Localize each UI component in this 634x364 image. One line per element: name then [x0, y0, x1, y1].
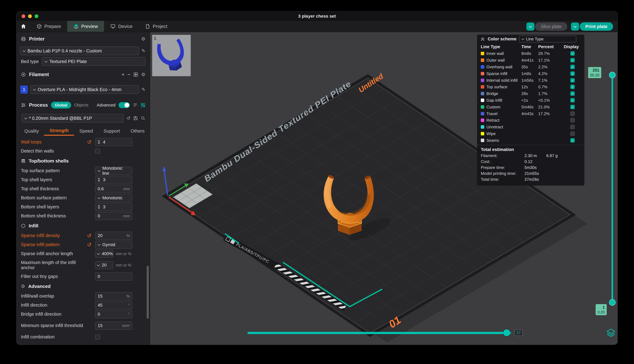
spinner-arrows-icon[interactable] — [98, 178, 100, 182]
tab-speed[interactable]: Speed — [74, 126, 98, 136]
param-label: Bridge infill direction — [21, 312, 62, 317]
layers-view-icon[interactable] — [606, 328, 616, 337]
process-preset-select[interactable]: * 0.20mm Standard @BBL P1P — [22, 114, 124, 122]
param-value: 0.6 — [98, 186, 104, 191]
param-value: 20 — [98, 233, 102, 238]
reset-preset-icon[interactable]: ↺ — [126, 116, 130, 120]
plate-thumbnail[interactable]: 1 — [152, 34, 191, 76]
anchor-max-length-select[interactable]: 20 — [95, 261, 113, 269]
printer-preset-select[interactable]: Bambu Lab P1P 0.4 nozzle - Custom — [20, 46, 139, 55]
filament-slot-badge[interactable]: 1 — [20, 86, 28, 94]
setting-list-icon[interactable] — [133, 103, 138, 108]
param-value: 400% — [102, 251, 113, 256]
tab-others[interactable]: Others — [125, 126, 150, 136]
search-icon[interactable] — [141, 116, 146, 120]
anchor-length-select[interactable]: 400% — [95, 250, 113, 258]
display-checkbox[interactable]: ✓ — [570, 105, 575, 109]
tab-strength[interactable]: Strength — [44, 126, 74, 136]
infill-wall-overlap-input[interactable]: 15% — [95, 292, 132, 300]
viewport-3d[interactable]: Bambu Dual-Sided Textured PEI Plate Unti… — [150, 32, 618, 345]
spinner-arrows-icon[interactable] — [98, 140, 100, 144]
reset-icon[interactable]: ↺ — [87, 139, 92, 145]
sparse-infill-pattern-select[interactable]: Gyroid — [95, 241, 132, 249]
layer-slider-track[interactable] — [612, 75, 613, 302]
sidebar-scrollbar[interactable] — [147, 266, 149, 319]
display-checkbox[interactable]: ✓ — [570, 138, 575, 142]
ams-grid-icon[interactable] — [134, 72, 138, 77]
total-value: 21m55s — [524, 171, 539, 176]
display-checkbox[interactable]: ✓ — [570, 98, 575, 102]
filament-preset-select[interactable]: Overture PLA - Midnight Black Eco - 4mm — [30, 85, 139, 94]
color-scheme-select[interactable]: Line Type — [519, 36, 576, 42]
reset-icon[interactable]: ↺ — [87, 232, 92, 239]
edit-filament-icon[interactable]: ✎ — [142, 87, 146, 92]
modules-icon[interactable] — [141, 103, 146, 108]
home-button[interactable] — [16, 21, 30, 32]
slice-dropdown-button[interactable] — [526, 22, 534, 30]
display-checkbox[interactable]: ✓ — [570, 78, 575, 82]
tab-prepare[interactable]: Prepare — [30, 21, 67, 32]
display-checkbox[interactable] — [570, 118, 575, 122]
minimize-window-button[interactable] — [28, 14, 32, 18]
step-slider-track[interactable] — [248, 332, 511, 334]
slice-plate-button[interactable]: Slice plate — [535, 22, 567, 31]
spinner-arrows-icon[interactable] — [98, 205, 100, 209]
display-checkbox[interactable]: ✓ — [570, 85, 575, 89]
bed-type-select[interactable]: Textured PEI Plate — [42, 57, 146, 66]
filament-settings-gear-icon[interactable]: ⚙ — [141, 72, 146, 77]
legend-row: Unretract — [477, 124, 584, 130]
close-window-button[interactable] — [22, 14, 25, 18]
sparse-infill-density-input[interactable]: 20% — [95, 232, 132, 240]
display-checkbox[interactable] — [570, 112, 575, 116]
print-dropdown-button[interactable] — [571, 22, 579, 30]
printer-settings-gear-icon[interactable]: ⚙ — [141, 37, 146, 41]
detect-thin-walls-checkbox[interactable] — [95, 149, 100, 154]
top-shell-thickness-input[interactable]: 0.6mm — [95, 185, 132, 193]
tab-quality[interactable]: Quality — [19, 126, 44, 136]
param-value: 0 — [98, 274, 100, 279]
tab-support[interactable]: Support — [98, 126, 125, 136]
infill-combination-checkbox[interactable] — [95, 334, 100, 340]
infill-direction-input[interactable]: 45° — [95, 301, 132, 309]
top-surface-pattern-select[interactable]: Monotonic line — [95, 167, 132, 175]
wall-loops-spinner[interactable]: 4 — [95, 138, 132, 146]
layer-slider-bottom-handle[interactable] — [609, 299, 616, 306]
param-unit: % — [126, 294, 130, 298]
param-row: Bridge infill direction 0° — [16, 310, 150, 319]
bottom-shell-layers-spinner[interactable]: 3 — [95, 203, 132, 211]
col-line-type: Line Type — [481, 44, 500, 49]
scope-objects-button[interactable]: Objects — [74, 103, 88, 108]
param-label: Top surface pattern — [21, 168, 60, 173]
param-unit: mm — [123, 214, 130, 218]
bridge-infill-direction-input[interactable]: 0° — [95, 310, 132, 318]
tab-device[interactable]: Device — [104, 21, 139, 32]
advanced-toggle[interactable] — [118, 102, 130, 108]
save-preset-icon[interactable] — [133, 116, 138, 120]
step-slider-handle[interactable] — [503, 330, 510, 336]
display-checkbox[interactable]: ✓ — [570, 51, 575, 56]
step-slider-value: 17 — [514, 330, 522, 336]
add-filament-button[interactable]: + — [122, 72, 124, 77]
filter-tiny-gaps-input[interactable]: 0 — [95, 272, 132, 280]
tab-project[interactable]: Project — [139, 21, 174, 32]
legend-rows: Inner wall8m8s29.7%✓Outer wall4m41s17.1%… — [477, 50, 584, 144]
collapse-panel-icon[interactable] — [480, 36, 485, 41]
top-shell-layers-spinner[interactable]: 3 — [95, 176, 132, 184]
print-plate-button[interactable]: Print plate — [580, 22, 613, 31]
display-checkbox[interactable]: ✓ — [570, 92, 575, 96]
edit-printer-icon[interactable]: ✎ — [142, 48, 146, 53]
maximize-window-button[interactable] — [35, 14, 38, 18]
reset-icon[interactable]: ↺ — [87, 242, 92, 248]
display-checkbox[interactable]: ✓ — [570, 58, 575, 62]
display-checkbox[interactable] — [570, 132, 575, 136]
min-sparse-infill-threshold-input[interactable]: 15mm² — [95, 322, 132, 330]
remove-filament-button[interactable]: − — [128, 72, 130, 77]
display-checkbox[interactable]: ✓ — [570, 65, 575, 69]
bottom-surface-pattern-select[interactable]: Monotonic — [95, 194, 132, 202]
display-checkbox[interactable] — [570, 125, 575, 129]
scope-global-button[interactable]: Global — [51, 102, 71, 108]
bottom-shell-thickness-input[interactable]: 0mm — [95, 212, 132, 220]
layer-slider-top-handle[interactable] — [609, 72, 616, 78]
tab-preview[interactable]: Preview — [67, 21, 104, 32]
display-checkbox[interactable]: ✓ — [570, 72, 575, 76]
